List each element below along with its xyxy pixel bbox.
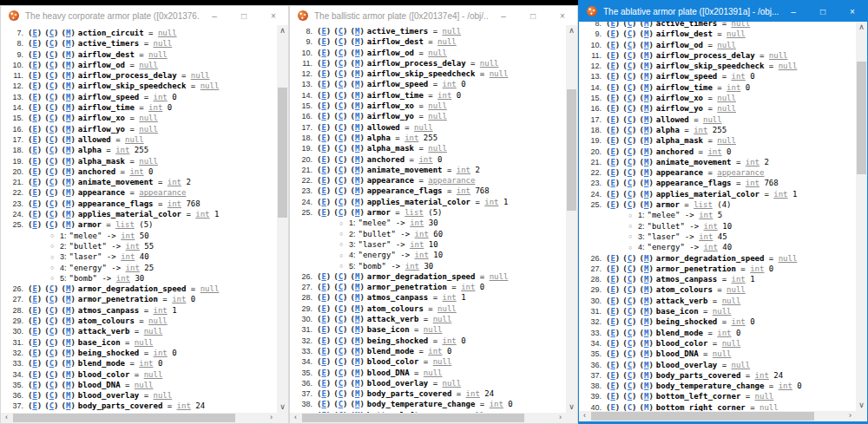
value-link-null[interactable]: null bbox=[490, 272, 509, 281]
value-link-null[interactable]: null bbox=[727, 285, 746, 294]
value-link-list[interactable]: list bbox=[115, 220, 135, 229]
vertical-scrollbar[interactable]: ∧∨ bbox=[277, 25, 288, 413]
equals-sign: = bbox=[703, 104, 717, 113]
scroll-right-icon[interactable]: › bbox=[845, 411, 856, 421]
value-link-int[interactable]: int bbox=[746, 179, 760, 187]
scroll-up-icon[interactable]: ∧ bbox=[277, 25, 288, 36]
value-link-int[interactable]: int bbox=[779, 382, 792, 390]
value-link-null[interactable]: null bbox=[779, 254, 798, 263]
vertical-scrollbar[interactable]: ∧∨ bbox=[566, 25, 577, 413]
scroll-down-icon[interactable]: ∨ bbox=[856, 400, 867, 411]
paren: ) bbox=[615, 72, 620, 81]
value-link-int[interactable]: int bbox=[484, 198, 498, 206]
vertical-scrollbar[interactable]: ∧∨ bbox=[856, 22, 867, 411]
paren: ) bbox=[343, 357, 347, 366]
value-link-int[interactable]: int bbox=[195, 210, 209, 219]
minimize-button[interactable]: – bbox=[200, 6, 229, 25]
value-link-appearance[interactable]: appearance bbox=[139, 188, 186, 197]
value-link-null[interactable]: null bbox=[760, 403, 779, 411]
arrow: -> bbox=[396, 251, 415, 259]
maximize-button[interactable]: □ bbox=[518, 6, 548, 25]
value-link-int[interactable]: int bbox=[443, 293, 457, 302]
scroll-right-icon[interactable]: › bbox=[266, 413, 277, 423]
close-button[interactable]: × bbox=[838, 1, 867, 22]
window-2: The ballistic armor plate ([0x20137e4] -… bbox=[289, 5, 578, 424]
value-link-null[interactable]: null bbox=[433, 357, 452, 366]
scrollbar-thumb[interactable] bbox=[591, 412, 814, 421]
scroll-left-icon[interactable]: ‹ bbox=[290, 413, 301, 423]
variable-row: 26.(E)(C)(M)armor_degradation_speed = nu… bbox=[579, 251, 856, 262]
scrollbar-thumb[interactable] bbox=[278, 88, 287, 218]
value-link-int[interactable]: int bbox=[732, 317, 746, 326]
value-link-int[interactable]: int bbox=[732, 72, 746, 81]
value-link-int[interactable]: int bbox=[704, 243, 718, 251]
horizontal-scrollbar[interactable]: ‹› bbox=[290, 413, 566, 423]
scroll-right-icon[interactable]: › bbox=[555, 413, 566, 423]
paren: ) bbox=[70, 82, 75, 90]
scrollbar-thumb[interactable] bbox=[13, 414, 235, 422]
value-link-int[interactable]: int bbox=[457, 186, 470, 195]
minimize-button[interactable]: – bbox=[779, 1, 808, 22]
scrollbar-thumb[interactable] bbox=[857, 62, 866, 174]
value-link-null[interactable]: null bbox=[144, 327, 163, 336]
scroll-down-icon[interactable]: ∨ bbox=[566, 401, 577, 413]
variable-row: 38.(E)(C)(M)body_temperature_change = in… bbox=[290, 397, 566, 408]
value-link-int[interactable]: int bbox=[121, 252, 135, 261]
variable-row: 37.(E)(C)(M)body_parts_covered = int 24 bbox=[290, 387, 566, 397]
horizontal-scrollbar[interactable]: ‹› bbox=[579, 411, 856, 421]
value-link-null[interactable]: null bbox=[154, 39, 173, 48]
titlebar[interactable]: The heavy corporate armor plate ([0x2013… bbox=[1, 6, 288, 25]
equals-sign: = bbox=[470, 198, 484, 206]
value-link-int[interactable]: int bbox=[139, 359, 153, 368]
value-link-int[interactable]: int bbox=[172, 295, 186, 303]
equals-sign: = bbox=[475, 400, 489, 408]
scroll-left-icon[interactable]: ‹ bbox=[1, 413, 12, 423]
scroll-down-icon[interactable]: ∨ bbox=[277, 401, 288, 413]
list-index: 4: bbox=[349, 251, 358, 259]
value-link-null[interactable]: null bbox=[428, 144, 447, 153]
equals-sign: = bbox=[703, 136, 717, 145]
value-link-int[interactable]: int bbox=[115, 146, 129, 154]
value-link-int[interactable]: int bbox=[699, 211, 713, 219]
value-literal: 10 bbox=[429, 251, 443, 259]
variable-name: armor_penetration bbox=[78, 295, 158, 303]
scroll-up-icon[interactable]: ∧ bbox=[566, 25, 577, 36]
value-link-int[interactable]: int bbox=[490, 400, 503, 408]
variables-panel: 7.(E)(C)(M)action_circuit = null8.(E)(C)… bbox=[1, 25, 277, 413]
value-link-null[interactable]: null bbox=[727, 29, 746, 38]
scrollbar-thumb[interactable] bbox=[302, 414, 524, 422]
value-link-null[interactable]: null bbox=[139, 114, 158, 122]
value-link-null[interactable]: null bbox=[437, 37, 457, 46]
titlebar[interactable]: The ablative armor plate ([0x201391a] - … bbox=[579, 1, 867, 22]
value-link-int[interactable]: int bbox=[410, 219, 424, 227]
minimize-button[interactable]: – bbox=[489, 6, 518, 25]
value-link-null[interactable]: null bbox=[779, 62, 798, 70]
value-link-int[interactable]: int bbox=[443, 80, 457, 88]
variable-row: 25.(E)(C)(M)armor = list (4) bbox=[579, 198, 856, 208]
value-link-int[interactable]: int bbox=[415, 251, 429, 259]
scrollbar-thumb[interactable] bbox=[567, 89, 576, 211]
variable-row: 22.(E)(C)(M)appearance = appearance bbox=[579, 166, 856, 176]
maximize-button[interactable]: □ bbox=[808, 1, 838, 22]
value-link-null[interactable]: null bbox=[201, 284, 220, 293]
horizontal-scrollbar[interactable]: ‹› bbox=[1, 413, 277, 423]
close-button[interactable]: × bbox=[548, 6, 577, 25]
value-link-null[interactable]: null bbox=[201, 82, 220, 90]
scroll-left-icon[interactable]: ‹ bbox=[579, 411, 590, 421]
value-link-null[interactable]: null bbox=[424, 325, 443, 334]
close-button[interactable]: × bbox=[259, 6, 288, 25]
value-link-null[interactable]: null bbox=[755, 392, 774, 401]
value-link-null[interactable]: null bbox=[428, 112, 447, 121]
value-link-null[interactable]: null bbox=[490, 69, 509, 78]
paren: ) bbox=[326, 186, 331, 195]
paren: ) bbox=[343, 293, 347, 302]
paren: ) bbox=[326, 357, 331, 366]
titlebar[interactable]: The ballistic armor plate ([0x20137e4] -… bbox=[290, 6, 577, 25]
value-link-null[interactable]: null bbox=[713, 349, 732, 358]
value-link-null[interactable]: null bbox=[717, 104, 736, 113]
scroll-up-icon[interactable]: ∧ bbox=[856, 22, 867, 33]
maximize-button[interactable]: □ bbox=[229, 6, 259, 25]
value-link-int[interactable]: int bbox=[773, 190, 787, 199]
value-link-null[interactable]: null bbox=[717, 136, 736, 145]
value-link-int[interactable]: int bbox=[177, 401, 191, 410]
